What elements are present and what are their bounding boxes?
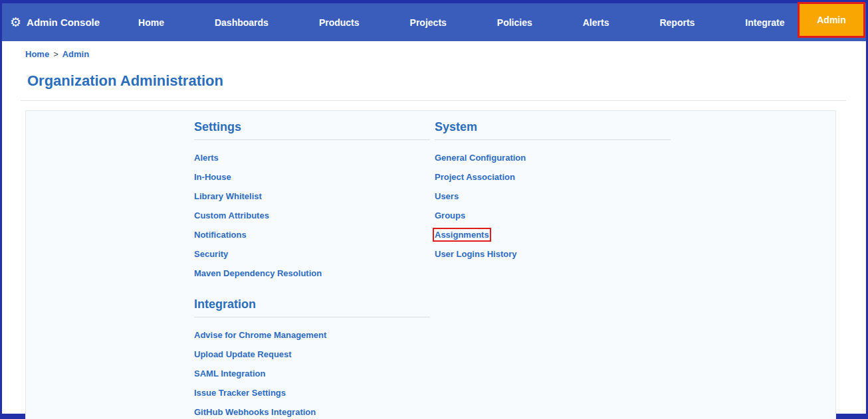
link-advise-for-chrome-management[interactable]: Advise for Chrome Management <box>194 330 326 340</box>
nav-item-home[interactable]: Home <box>113 5 189 40</box>
page-title: Organization Administration <box>27 72 866 90</box>
nav-item-products[interactable]: Products <box>294 5 385 40</box>
section-title-integration: Integration <box>194 297 430 317</box>
link-saml-integration[interactable]: SAML Integration <box>194 369 265 378</box>
title-divider <box>21 100 846 101</box>
brand-admin-console[interactable]: ⚙ Admin Console <box>10 16 100 29</box>
nav-item-integrate[interactable]: Integrate <box>720 5 810 40</box>
admin-panel: Settings Alerts In-House Library Whiteli… <box>25 110 836 419</box>
link-users[interactable]: Users <box>435 191 459 201</box>
left-column: Settings Alerts In-House Library Whiteli… <box>194 120 430 419</box>
breadcrumb-admin-link[interactable]: Admin <box>62 49 89 59</box>
integration-link-list: Advise for Chrome Management Upload Upda… <box>194 325 430 419</box>
section-settings: Settings Alerts In-House Library Whiteli… <box>194 120 430 283</box>
link-issue-tracker-settings[interactable]: Issue Tracker Settings <box>194 388 286 398</box>
link-notifications[interactable]: Notifications <box>194 230 247 240</box>
link-maven-dependency-resolution[interactable]: Maven Dependency Resolution <box>194 268 322 278</box>
top-navigation-bar: ⚙ Admin Console Home Dashboards Products… <box>2 3 866 41</box>
nav-item-reports[interactable]: Reports <box>634 5 720 40</box>
nav-item-projects[interactable]: Projects <box>385 5 472 40</box>
nav-item-policies[interactable]: Policies <box>472 5 558 40</box>
right-column: System General Configuration Project Ass… <box>435 120 671 278</box>
section-title-system: System <box>435 120 671 140</box>
link-assignments[interactable]: Assignments <box>435 230 489 240</box>
link-library-whitelist[interactable]: Library Whitelist <box>194 191 262 201</box>
breadcrumb-home-link[interactable]: Home <box>25 49 49 59</box>
nav-items: Home Dashboards Products Projects Polici… <box>113 5 810 40</box>
section-integration: Integration Advise for Chrome Management… <box>194 297 430 419</box>
breadcrumb: Home>Admin <box>2 41 866 63</box>
link-upload-update-request[interactable]: Upload Update Request <box>194 349 292 359</box>
link-security[interactable]: Security <box>194 249 228 259</box>
link-project-association[interactable]: Project Association <box>435 172 515 182</box>
link-user-logins-history[interactable]: User Logins History <box>435 249 517 259</box>
system-link-list: General Configuration Project Associatio… <box>435 148 671 264</box>
link-in-house[interactable]: In-House <box>194 172 231 182</box>
nav-item-dashboards[interactable]: Dashboards <box>189 5 294 40</box>
nav-item-admin[interactable]: Admin <box>798 2 865 38</box>
brand-label: Admin Console <box>27 17 100 28</box>
link-general-configuration[interactable]: General Configuration <box>435 153 526 163</box>
link-github-webhooks-integration[interactable]: GitHub Webhooks Integration <box>194 407 316 417</box>
link-groups[interactable]: Groups <box>435 210 465 220</box>
link-alerts[interactable]: Alerts <box>194 153 219 163</box>
page-frame: ⚙ Admin Console Home Dashboards Products… <box>0 0 868 419</box>
settings-link-list: Alerts In-House Library Whitelist Custom… <box>194 148 430 283</box>
nav-item-alerts[interactable]: Alerts <box>558 5 635 40</box>
breadcrumb-separator: > <box>53 49 58 59</box>
gear-icon: ⚙ <box>10 16 21 29</box>
section-title-settings: Settings <box>194 120 430 140</box>
section-system: System General Configuration Project Ass… <box>435 120 671 264</box>
link-custom-attributes[interactable]: Custom Attributes <box>194 210 269 220</box>
panel-columns: Settings Alerts In-House Library Whiteli… <box>194 120 835 419</box>
